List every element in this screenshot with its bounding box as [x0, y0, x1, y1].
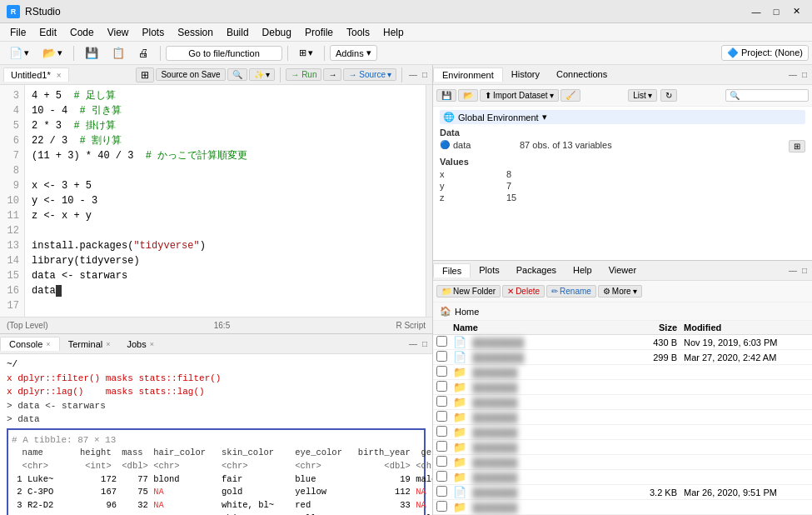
editor-minimize-button[interactable]: — [407, 70, 419, 79]
file-checkbox-1[interactable] [436, 336, 453, 348]
maximize-window-button[interactable]: □ [767, 3, 785, 20]
save-button[interactable]: 💾 [79, 44, 104, 62]
env-load-button[interactable]: 📂 [458, 89, 478, 102]
env-save-button[interactable]: 💾 [436, 89, 456, 102]
env-maximize-button[interactable]: □ [800, 70, 809, 79]
file-checkbox-7[interactable] [436, 426, 453, 438]
console-tab-close[interactable]: × [46, 340, 50, 348]
new-folder-button[interactable]: 📁 New Folder [436, 285, 501, 298]
save-all-button[interactable]: 📋 [106, 44, 131, 62]
rename-button[interactable]: ✏ Rename [546, 285, 596, 298]
menu-build[interactable]: Build [220, 25, 256, 40]
file-checkbox-2[interactable] [436, 351, 453, 363]
file-checkbox-12[interactable] [436, 501, 453, 513]
files-minimize-button[interactable]: — [787, 266, 799, 275]
editor-search-button[interactable]: 🔍 [227, 68, 247, 81]
file-row-5[interactable]: 📁 ███████ [433, 395, 812, 410]
code-content[interactable]: 4 + 5 # 足し算 10 - 4 # 引き算 2 * 3 # 掛け算 22 … [25, 85, 426, 317]
close-window-button[interactable]: ✕ [787, 3, 805, 20]
menu-plots[interactable]: Plots [136, 25, 172, 40]
file-row-9[interactable]: 📁 ███████ [433, 455, 812, 470]
menu-session[interactable]: Session [171, 25, 220, 40]
menu-edit[interactable]: Edit [32, 25, 63, 40]
print-button[interactable]: 🖨 [132, 44, 155, 62]
env-clear-button[interactable]: 🧹 [560, 89, 580, 102]
file-checkbox-6[interactable] [436, 411, 453, 423]
addins-label: Addins [336, 48, 364, 58]
editor-scrollbar[interactable] [426, 85, 432, 317]
file-row-12[interactable]: 📁 ███████ [433, 500, 812, 515]
view-data-button[interactable]: ⊞ [789, 140, 805, 152]
file-checkbox-4[interactable] [436, 381, 453, 393]
file-row-11[interactable]: 📄 ███████ 3.2 KB Mar 26, 2020, 9:51 PM [433, 485, 812, 500]
tab-help[interactable]: Help [565, 263, 600, 278]
file-row-10[interactable]: 📁 ███████ [433, 470, 812, 485]
env-search-input[interactable] [725, 89, 809, 102]
import-dataset-button[interactable]: ⬆ Import Dataset ▾ [480, 89, 559, 102]
file-checkbox-9[interactable] [436, 456, 453, 468]
files-tab-label: Files [442, 266, 461, 276]
file-row-4[interactable]: 📁 ███████ [433, 380, 812, 395]
menu-code[interactable]: Code [63, 25, 101, 40]
tab-plots[interactable]: Plots [471, 263, 507, 278]
file-checkbox-11[interactable] [436, 486, 453, 498]
tab-viewer[interactable]: Viewer [600, 263, 645, 278]
file-row-6[interactable]: 📁 ███████ [433, 410, 812, 425]
env-list-button[interactable]: List ▾ [628, 89, 657, 102]
open-file-button[interactable]: 📂▾ [37, 44, 68, 62]
file-row-2[interactable]: 📄 ████████ 299 B Mar 27, 2020, 2:42 AM [433, 350, 812, 365]
file-checkbox-3[interactable] [436, 366, 453, 378]
console-minimize-button[interactable]: — [407, 339, 419, 348]
run-button[interactable]: → Run [286, 68, 321, 81]
menu-file[interactable]: File [3, 25, 32, 40]
folder-name-text-12: ███████ [472, 502, 518, 512]
source-button[interactable]: → Source ▾ [343, 68, 396, 81]
more-icon: ⚙ [603, 287, 610, 296]
tab-packages[interactable]: Packages [508, 263, 565, 278]
file-row-3[interactable]: 📁 ███████ [433, 365, 812, 380]
addins-button[interactable]: Addins ▾ [330, 45, 377, 61]
file-row-1[interactable]: 📄 ████████ 430 B Nov 19, 2019, 6:03 PM [433, 335, 812, 350]
editor-magic-button[interactable]: ✨ ▾ [249, 68, 276, 81]
file-row-7[interactable]: 📁 ███████ [433, 425, 812, 440]
path-home-label[interactable]: Home [455, 307, 479, 317]
tab-connections[interactable]: Connections [548, 68, 615, 82]
tab-terminal[interactable]: Terminal × [60, 337, 119, 351]
console-content[interactable]: ~/ x dplyr::filter() masks stats::filter… [0, 354, 432, 515]
file-row-8[interactable]: 📁 ███████ [433, 440, 812, 455]
menu-debug[interactable]: Debug [256, 25, 298, 40]
env-refresh-button[interactable]: ↻ [660, 89, 677, 102]
file-checkbox-5[interactable] [436, 396, 453, 408]
editor-tab-close-icon[interactable]: × [57, 71, 62, 80]
file-checkbox-8[interactable] [436, 441, 453, 453]
console-min-max: — □ [407, 339, 429, 348]
source-on-save-button[interactable]: Source on Save [156, 68, 225, 81]
main-area: Untitled1* × ⊞ Source on Save 🔍 ✨ ▾ → Ru… [0, 65, 812, 515]
go-to-function-input[interactable]: Go to file/function [166, 46, 282, 61]
console-maximize-button[interactable]: □ [421, 339, 429, 348]
menu-tools[interactable]: Tools [340, 25, 376, 40]
tab-environment[interactable]: Environment [433, 68, 503, 82]
editor-icon-btn-1[interactable]: ⊞ [136, 68, 154, 82]
delete-button[interactable]: ✕ Delete [502, 285, 545, 298]
run-next-button[interactable]: → [323, 68, 341, 81]
grid-view-button[interactable]: ⊞▾ [293, 45, 319, 61]
tab-console[interactable]: Console × [0, 337, 60, 351]
tab-history[interactable]: History [503, 68, 548, 82]
editor-tab-untitled1[interactable]: Untitled1* × [3, 68, 69, 82]
file-checkbox-10[interactable] [436, 471, 453, 483]
menu-profile[interactable]: Profile [298, 25, 340, 40]
jobs-tab-close[interactable]: × [150, 340, 154, 348]
new-file-button[interactable]: 📄▾ [3, 44, 35, 62]
files-maximize-button[interactable]: □ [800, 266, 809, 275]
menu-view[interactable]: View [101, 25, 136, 40]
tab-jobs[interactable]: Jobs × [118, 337, 162, 351]
editor-maximize-button[interactable]: □ [421, 70, 429, 79]
minimize-window-button[interactable]: — [747, 3, 765, 20]
terminal-tab-close[interactable]: × [106, 340, 110, 348]
global-env-selector[interactable]: 🌐 Global Environment ▾ [440, 110, 805, 124]
env-minimize-button[interactable]: — [787, 70, 799, 79]
tab-files[interactable]: Files [433, 263, 471, 278]
more-button[interactable]: ⚙ More ▾ [598, 285, 642, 298]
menu-help[interactable]: Help [376, 25, 411, 40]
